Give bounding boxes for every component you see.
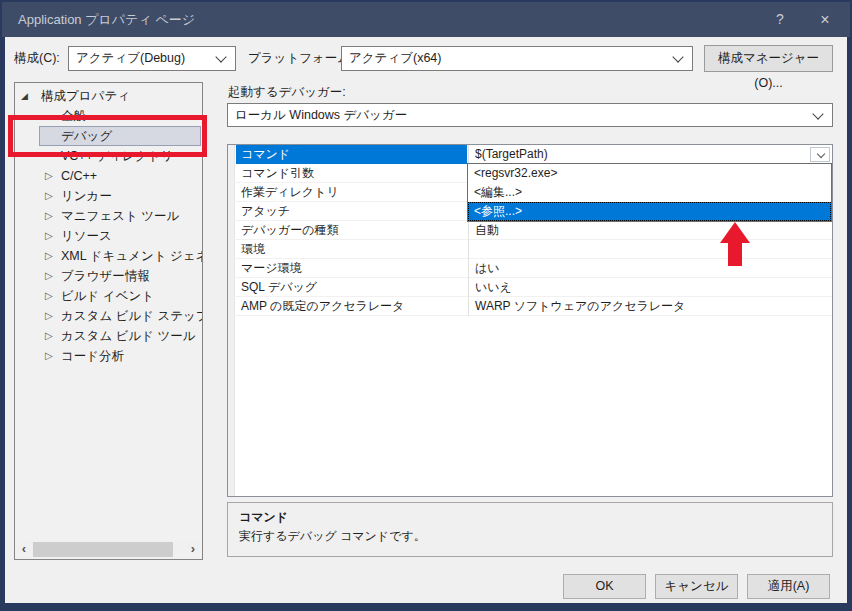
tree-collapsed-icon[interactable]: ▷ xyxy=(45,266,53,286)
tree-item-xml-document-generator[interactable]: ▷ XML ドキュメント ジェネレーター xyxy=(15,246,202,266)
property-description-panel: コマンド 実行するデバッグ コマンドです。 xyxy=(227,502,833,557)
cancel-button[interactable]: キャンセル xyxy=(655,574,738,599)
dropdown-item-browse[interactable]: <参照...> xyxy=(468,202,831,221)
tree-item-c-cpp[interactable]: ▷ C/C++ xyxy=(15,166,202,186)
tree-item-browse-information[interactable]: ▷ ブラウザー情報 xyxy=(15,266,202,286)
dropdown-item-regsvr32[interactable]: <regsvr32.exe> xyxy=(468,164,831,183)
tree-collapsed-icon[interactable]: ▷ xyxy=(45,346,53,366)
debugger-combo[interactable]: ローカル Windows デバッガー xyxy=(227,103,833,127)
configuration-combo[interactable]: アクティブ(Debug) xyxy=(68,46,236,71)
red-arrow-up-stem xyxy=(728,242,742,266)
tree-collapsed-icon[interactable]: ▷ xyxy=(45,246,53,266)
configuration-manager-button[interactable]: 構成マネージャー(O)... xyxy=(704,45,833,72)
tree-horizontal-scrollbar[interactable]: ‹ › xyxy=(17,542,200,557)
command-combo-button[interactable] xyxy=(810,147,830,162)
tree-item-custom-build-step[interactable]: ▷ カスタム ビルド ステップ xyxy=(15,306,202,326)
configuration-label: 構成(C): xyxy=(14,46,60,71)
dropdown-item-edit[interactable]: <編集...> xyxy=(468,183,831,202)
chevron-down-icon xyxy=(817,150,825,158)
property-pages-dialog: Application プロパティ ページ ? × 構成(C): アクティブ(D… xyxy=(0,0,852,611)
chevron-down-icon xyxy=(215,51,226,62)
red-highlight-box-annotation xyxy=(8,115,207,157)
command-dropdown-list: <regsvr32.exe> <編集...> <参照...> xyxy=(467,163,832,222)
tree-item-manifest-tool[interactable]: ▷ マニフェスト ツール xyxy=(15,206,202,226)
tree-collapsed-icon[interactable]: ▷ xyxy=(45,226,53,246)
scroll-left-icon[interactable]: ‹ xyxy=(17,542,31,557)
grid-row-amp-default-accelerator[interactable]: AMP の既定のアクセラレータ WARP ソフトウェアのアクセラレータ xyxy=(228,297,832,316)
red-arrow-up-icon xyxy=(720,222,750,243)
ok-button[interactable]: OK xyxy=(563,574,646,599)
debugger-combo-value: ローカル Windows デバッガー xyxy=(235,108,407,122)
grid-row-sql-debugging[interactable]: SQL デバッグ いいえ xyxy=(228,278,832,297)
window-title: Application プロパティ ページ xyxy=(18,2,195,37)
help-button[interactable]: ? xyxy=(764,2,796,37)
scroll-right-icon[interactable]: › xyxy=(186,542,200,557)
tree-item-resources[interactable]: ▷ リソース xyxy=(15,226,202,246)
grid-row-command[interactable]: コマンド $(TargetPath) xyxy=(228,145,832,164)
tree-expanded-icon[interactable]: ◢ xyxy=(21,86,28,106)
title-bar: Application プロパティ ページ ? × xyxy=(2,2,850,37)
apply-button[interactable]: 適用(A) xyxy=(747,574,830,599)
tree-item-custom-build-tool[interactable]: ▷ カスタム ビルド ツール xyxy=(15,326,202,346)
chevron-down-icon xyxy=(812,108,823,119)
tree-item-code-analysis[interactable]: ▷ コード分析 xyxy=(15,346,202,366)
description-text: 実行するデバッグ コマンドです。 xyxy=(239,528,426,545)
description-title: コマンド xyxy=(239,509,288,526)
tree-collapsed-icon[interactable]: ▷ xyxy=(45,186,53,206)
tree-collapsed-icon[interactable]: ▷ xyxy=(45,286,53,306)
tree-collapsed-icon[interactable]: ▷ xyxy=(45,166,53,186)
tree-collapsed-icon[interactable]: ▷ xyxy=(45,306,53,326)
tree-item-configuration-properties[interactable]: ◢ 構成プロパティ xyxy=(15,86,202,106)
platform-combo-value: アクティブ(x64) xyxy=(349,51,441,65)
tree-collapsed-icon[interactable]: ▷ xyxy=(45,206,53,226)
scrollbar-thumb[interactable] xyxy=(33,542,173,557)
configuration-combo-value: アクティブ(Debug) xyxy=(76,51,185,65)
tree-item-build-events[interactable]: ▷ ビルド イベント xyxy=(15,286,202,306)
platform-combo[interactable]: アクティブ(x64) xyxy=(341,46,693,71)
tree-item-linker[interactable]: ▷ リンカー xyxy=(15,186,202,206)
chevron-down-icon xyxy=(672,51,683,62)
close-button[interactable]: × xyxy=(804,2,846,37)
debugger-to-launch-label: 起動するデバッガー: xyxy=(228,82,346,102)
tree-collapsed-icon[interactable]: ▷ xyxy=(45,326,53,346)
